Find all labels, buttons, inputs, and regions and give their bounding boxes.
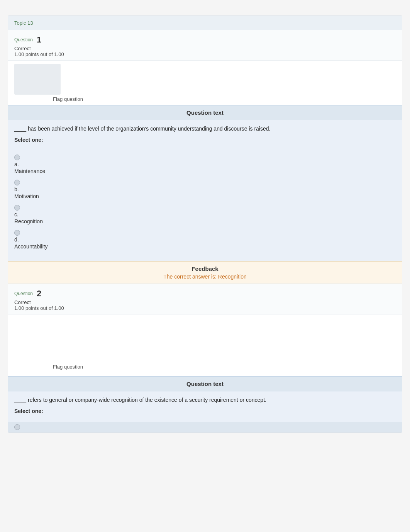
option-b-row[interactable]: [14, 180, 396, 185]
option-d-group: d. Accountability: [14, 230, 396, 250]
question-1-options: a. Maintenance b. Motivation c.: [8, 151, 402, 261]
question-1-status: Correct: [14, 46, 396, 51]
question-1-number: 1: [37, 35, 41, 44]
question-1-feedback-section: Feedback The correct answer is: Recognit…: [8, 261, 402, 284]
question-1-body-text: ____ has been achieved if the level of t…: [14, 125, 396, 133]
option-a-group: a. Maintenance: [14, 155, 396, 174]
question-2-text-label: Question text: [8, 381, 402, 387]
question-1-text-label: Question text: [8, 109, 402, 116]
option-a-text: Maintenance: [14, 168, 396, 174]
option-b-text: Motivation: [14, 193, 396, 199]
question-2-status: Correct: [14, 299, 396, 305]
question-2-body: ____ refers to general or company-wide r…: [8, 391, 402, 422]
option-c-text: Recognition: [14, 218, 396, 224]
option-d-text: Accountability: [14, 243, 396, 250]
question-1-feedback-label: Feedback: [8, 265, 402, 272]
question-2-points: 1.00 points out of 1.00: [14, 305, 396, 311]
option-a-row[interactable]: [14, 155, 396, 160]
question-1-select-one: Select one:: [14, 137, 396, 143]
option-c-radio[interactable]: [14, 205, 20, 211]
question-2-label: Question: [14, 291, 33, 296]
topic-title: Topic 13: [14, 20, 33, 26]
question-2-bottom-bar: [8, 422, 402, 432]
option-b-group: b. Motivation: [14, 180, 396, 199]
topic-section: Topic 13 Question 1 Correct 1.00 points …: [8, 15, 402, 433]
option-c-row[interactable]: [14, 205, 396, 211]
question-1-flag-area: Flag question: [8, 61, 402, 105]
question-2-text-section: Question text: [8, 376, 402, 391]
question-2-body-text: ____ refers to general or company-wide r…: [14, 396, 396, 404]
question-1-body: ____ has been achieved if the level of t…: [8, 120, 402, 151]
option-a-letter: a.: [14, 161, 396, 167]
option-b-radio[interactable]: [14, 180, 20, 185]
page-wrapper: Topic 13 Question 1 Correct 1.00 points …: [0, 0, 410, 448]
question-2-block: Question 2 Correct 1.00 points out of 1.…: [8, 284, 402, 432]
option-c-group: c. Recognition: [14, 205, 396, 224]
question-1-text-section: Question text: [8, 105, 402, 120]
option-b-letter: b.: [14, 186, 396, 192]
question-2-flag-area: Flag question: [8, 314, 402, 376]
question-1-points: 1.00 points out of 1.00: [14, 51, 396, 57]
question-2-number: 2: [37, 289, 41, 298]
question-2-option-radio[interactable]: [14, 424, 20, 430]
question-1-block: Question 1 Correct 1.00 points out of 1.…: [8, 30, 402, 284]
question-2-meta: Question 2 Correct 1.00 points out of 1.…: [8, 284, 402, 314]
question-1-feedback-text: The correct answer is: Recognition: [8, 274, 402, 280]
option-d-row[interactable]: [14, 230, 396, 236]
option-a-radio[interactable]: [14, 155, 20, 160]
question-1-image-placeholder: [14, 64, 61, 95]
question-1-flag-button[interactable]: Flag question: [53, 96, 83, 102]
topic-header: Topic 13: [8, 16, 402, 30]
question-2-select-one: Select one:: [14, 408, 396, 414]
option-d-radio[interactable]: [14, 230, 20, 236]
question-1-meta: Question 1 Correct 1.00 points out of 1.…: [8, 30, 402, 61]
option-d-letter: d.: [14, 236, 396, 243]
option-c-letter: c.: [14, 211, 396, 218]
question-2-flag-button[interactable]: Flag question: [53, 364, 83, 370]
question-1-label: Question: [14, 37, 33, 42]
